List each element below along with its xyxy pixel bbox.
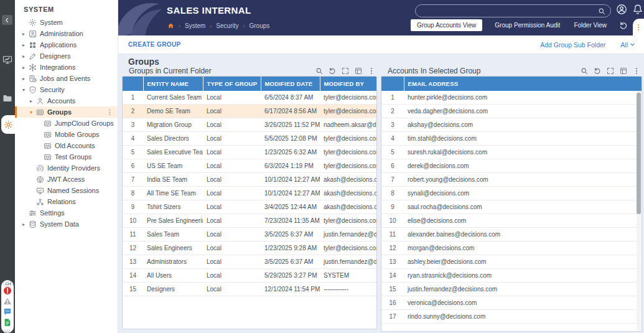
tree-arrow-icon[interactable]: ▸ bbox=[21, 65, 27, 70]
sidebar-item-integrations[interactable]: ▸Integrations bbox=[15, 62, 118, 73]
table-row[interactable]: 13ashley.beier@decisions.com bbox=[381, 255, 642, 269]
alert-icon[interactable] bbox=[3, 286, 12, 295]
table-row[interactable]: 2veda.dagher@decisions.com bbox=[381, 105, 642, 118]
sidebar-item-settings[interactable]: Settings bbox=[15, 207, 118, 218]
sidebar-item-applications[interactable]: ▸Applications bbox=[15, 39, 118, 50]
sidebar-item-jobs-and-events[interactable]: ▸Jobs and Events bbox=[15, 73, 118, 84]
table-row[interactable]: 15DesignersLocal12/1/2024 11:54 PM------… bbox=[123, 283, 376, 296]
sidebar-item-designers[interactable]: ▸Designers bbox=[15, 50, 118, 62]
table-row[interactable]: 8synali@decisions.com bbox=[381, 187, 642, 200]
group-accounts-view-button[interactable]: Group Accounts View bbox=[411, 19, 482, 31]
table-row[interactable]: 3akshay@decisions.com bbox=[381, 118, 642, 132]
item-menu-icon[interactable] bbox=[106, 109, 113, 116]
table-row[interactable]: 2Demo SE TeamLocal6/17/2024 8:56 AMtyler… bbox=[123, 105, 376, 118]
document-icon[interactable] bbox=[3, 318, 12, 327]
tree-arrow-icon[interactable]: ▸ bbox=[28, 98, 34, 104]
add-group-sub-folder-button[interactable]: Add Group Sub Folder bbox=[540, 41, 605, 49]
sidebar-item-identity-providers[interactable]: Identity Providers bbox=[15, 162, 118, 174]
collapse-sidebar-button[interactable] bbox=[2, 15, 12, 25]
kebab-icon[interactable] bbox=[368, 67, 375, 75]
refresh-icon[interactable] bbox=[594, 67, 601, 75]
table-row[interactable]: 5Sales Executive TeamLocal1/23/2025 6:32… bbox=[123, 146, 376, 159]
sidebar-item-mobile-groups[interactable]: Mobile Groups bbox=[15, 129, 118, 140]
search-icon[interactable] bbox=[598, 7, 605, 15]
column-header-type-of-group[interactable]: TYPE OF GROUP bbox=[203, 77, 261, 91]
table-row[interactable]: 16veronica@decisions.com bbox=[381, 296, 642, 310]
accounts-scrollbar[interactable] bbox=[637, 91, 641, 331]
search-icon[interactable] bbox=[315, 67, 323, 75]
column-header-modified-date[interactable]: MODIFIED DATE bbox=[261, 77, 320, 91]
table-row[interactable]: 12Sales EngineersLocal1/23/2025 9:28 AMt… bbox=[123, 242, 376, 255]
table-row[interactable]: 5suresh.rukal@decisions.com bbox=[381, 146, 642, 159]
column-header-entity-name[interactable]: ENTITY NAME bbox=[143, 77, 203, 91]
sidebar-item-old-accounts[interactable]: Old Accounts bbox=[15, 140, 118, 151]
expand-icon[interactable] bbox=[342, 67, 349, 75]
table-row[interactable]: 3Migration GroupLocal3/26/2025 11:52 PMn… bbox=[123, 118, 376, 132]
table-row[interactable]: 10elise@decisions.com bbox=[381, 214, 642, 228]
sidebar-item-accounts[interactable]: ▸Accounts bbox=[15, 95, 118, 106]
tree-arrow-icon[interactable]: ▸ bbox=[21, 222, 27, 227]
table-row[interactable]: 11Sales TeamLocal3/5/2025 6:37 AMjustin.… bbox=[123, 228, 376, 242]
tree-arrow-icon[interactable]: ▸ bbox=[21, 31, 27, 37]
refresh-icon[interactable] bbox=[329, 67, 336, 75]
profile-icon[interactable] bbox=[616, 4, 627, 15]
search-icon[interactable] bbox=[581, 67, 588, 75]
breadcrumb-security[interactable]: Security bbox=[216, 22, 238, 29]
sidebar-item-named-sessions[interactable]: Named Sessions bbox=[15, 185, 118, 196]
table-row[interactable]: 14All UsersLocal5/29/2025 3:27 PMSYSTEM bbox=[123, 269, 376, 283]
sidebar-item-system-data[interactable]: ▸System Data bbox=[15, 218, 118, 230]
table-row[interactable]: 6derek@decisions.com bbox=[381, 159, 642, 173]
tree-arrow-icon[interactable]: ▾ bbox=[21, 87, 27, 93]
warning-icon[interactable] bbox=[3, 297, 12, 306]
breadcrumb-system[interactable]: System bbox=[185, 22, 205, 29]
sidebar-item-test-groups[interactable]: Test Groups bbox=[15, 151, 118, 162]
expand-icon[interactable] bbox=[607, 67, 614, 75]
group-permission-audit-button[interactable]: Group Permission Audit bbox=[493, 20, 561, 30]
table-row[interactable]: 10Pre Sales Engineering ...Local7/23/202… bbox=[123, 214, 376, 228]
settings-tab[interactable] bbox=[1, 115, 15, 134]
sidebar-item-relations[interactable]: Relations bbox=[15, 196, 118, 207]
refresh-icon[interactable] bbox=[619, 21, 628, 30]
kebab-icon[interactable] bbox=[633, 67, 640, 75]
sidebar-item-security[interactable]: ▾Security bbox=[15, 84, 118, 95]
tree-arrow-icon[interactable]: ▸ bbox=[21, 76, 27, 82]
table-row[interactable]: 1hunter.pirkle@decisions.com bbox=[381, 91, 642, 105]
sidebar-item-jwt-access[interactable]: JWT Access bbox=[15, 174, 118, 185]
column-header-email-address[interactable]: EMAIL ADDRESS bbox=[404, 77, 642, 91]
create-group-button[interactable]: CREATE GROUP bbox=[128, 41, 181, 48]
scrollbar-thumb[interactable] bbox=[637, 93, 641, 214]
breadcrumb-groups[interactable]: Groups bbox=[249, 22, 269, 29]
sidebar-item-jumpcloud-groups[interactable]: JumpCloud Groups bbox=[15, 118, 118, 129]
table-row[interactable]: 13AdministratorsLocal3/5/2025 6:37 AMjus… bbox=[123, 255, 376, 269]
table-row[interactable]: 7India SE TeamLocal10/1/2024 12:27 AMaka… bbox=[123, 173, 376, 187]
table-row[interactable]: 1Current Sales TeamLocal6/5/2024 8:37 AM… bbox=[123, 91, 376, 105]
notifications-icon[interactable] bbox=[632, 4, 643, 15]
filter-all-dropdown[interactable]: All bbox=[620, 41, 635, 49]
table-row[interactable]: 12morgan@decisions.com bbox=[381, 242, 642, 255]
table-row[interactable]: 4Sales DirectorsLocal5/5/2025 12:08 PMty… bbox=[123, 132, 376, 146]
table-row[interactable]: 7robert.young@decisions.com bbox=[381, 173, 642, 187]
open-report-icon[interactable] bbox=[355, 67, 362, 75]
sidebar-item-groups[interactable]: ▾Groups bbox=[15, 106, 118, 118]
table-row[interactable]: 4tim.stahl@decisions.com bbox=[381, 132, 642, 146]
table-row[interactable]: 11alexander.baines@decisions.com bbox=[381, 228, 642, 242]
tree-arrow-icon[interactable]: ▸ bbox=[21, 42, 27, 48]
gear-icon[interactable] bbox=[3, 329, 12, 333]
table-row[interactable]: 15justin.fernandez@decisions.com bbox=[381, 283, 642, 296]
table-row[interactable]: 8All Time SE TeamLocal10/1/2024 12:27 AM… bbox=[123, 187, 376, 200]
chat-icon[interactable] bbox=[3, 307, 12, 316]
folders-icon[interactable] bbox=[2, 93, 12, 103]
tree-arrow-icon[interactable]: ▾ bbox=[28, 110, 34, 115]
table-row[interactable]: 9Tshirt SizersLocal3/4/2025 12:44 AMakas… bbox=[123, 200, 376, 214]
page-menu-icon[interactable] bbox=[635, 24, 642, 31]
folder-view-button[interactable]: Folder View bbox=[572, 20, 608, 30]
table-row[interactable]: 6US SE TeamLocal6/3/2024 1:19 PMtyler@de… bbox=[123, 159, 376, 173]
home-icon[interactable] bbox=[167, 22, 174, 29]
table-row[interactable]: 14ryan.strasnick@decisions.com bbox=[381, 269, 642, 283]
table-row[interactable]: 17rindo.sunny@decisions.com bbox=[381, 310, 642, 324]
sidebar-item-administration[interactable]: ▸Administration bbox=[15, 28, 118, 39]
tree-arrow-icon[interactable]: ▸ bbox=[21, 54, 27, 59]
dashboard-icon[interactable] bbox=[2, 55, 12, 65]
search-input[interactable] bbox=[421, 7, 598, 15]
sidebar-item-system[interactable]: System bbox=[15, 17, 118, 28]
